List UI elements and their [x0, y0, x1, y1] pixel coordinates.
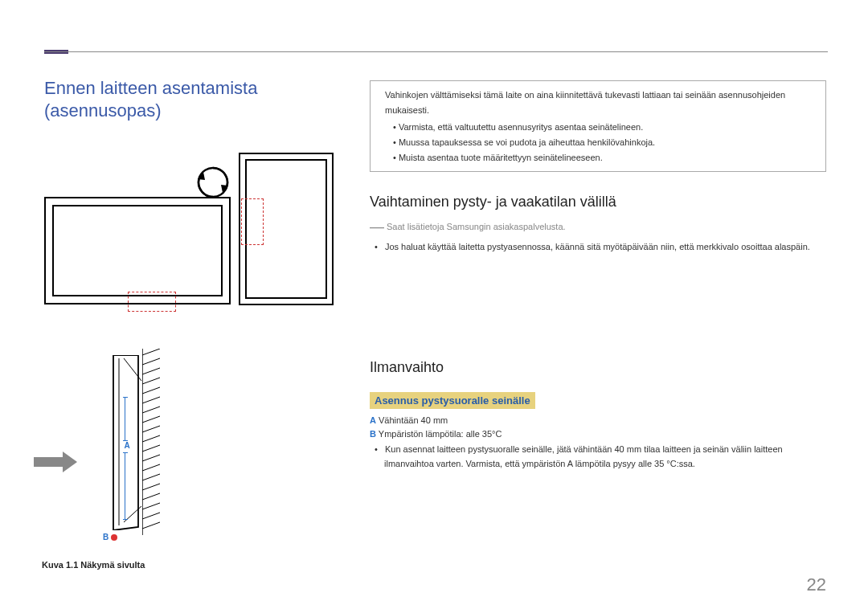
warning-bullet: Varmista, että valtuutettu asennusyritys… [393, 120, 816, 135]
warning-bullet: Muista asentaa tuote määritettyyn seinät… [393, 150, 816, 166]
right-column: Vahinkojen välttämiseksi tämä laite on a… [370, 80, 826, 471]
sub-heading-highlight: Asennus pystysuoralle seinälle [370, 392, 535, 409]
figure-caption: Kuva 1.1 Näkymä sivulta [42, 560, 227, 570]
letter-a: A [370, 415, 376, 425]
svg-line-5 [142, 349, 160, 355]
def-a: A Vähintään 40 mm [370, 415, 826, 425]
rotate-icon [194, 163, 232, 202]
arrow-icon [34, 452, 77, 472]
label-b: B [103, 533, 108, 541]
side-view-diagram: A B [34, 341, 227, 554]
section-ventilation: Ilmanvaihto Asennus pystysuoralle seinäl… [370, 359, 826, 471]
orientation-diagram [44, 153, 334, 309]
section-heading: Ilmanvaihto [370, 359, 826, 376]
top-divider [44, 51, 828, 52]
bullet: Kun asennat laitteen pystysuoralle seinä… [384, 443, 826, 471]
section-heading: Vaihtaminen pysty- ja vaakatilan välillä [370, 194, 826, 210]
warning-box: Vahinkojen välttämiseksi tämä laite on a… [370, 80, 826, 172]
note-line: ―Saat lisätietoja Samsungin asiakaspalve… [370, 219, 826, 235]
side-view-diagram-wrap: A B Kuva 1.1 Näkymä sivulta [34, 341, 227, 570]
def-b: B Ympäristön lämpötila: alle 35°C [370, 429, 826, 439]
bullet: Jos haluat käyttää laitetta pystyasennos… [384, 240, 826, 255]
label-a: A [122, 441, 132, 450]
red-dot [111, 534, 117, 541]
page-number: 22 [807, 574, 826, 595]
warning-main: Vahinkojen välttämiseksi tämä laite on a… [385, 88, 816, 117]
letter-b: B [370, 429, 376, 439]
dim-bar-top [125, 397, 125, 441]
section-orientation: Vaihtaminen pysty- ja vaakatilan välillä… [370, 194, 826, 255]
note-text: Saat lisätietoja Samsungin asiakaspalvel… [387, 222, 566, 231]
left-column [44, 153, 334, 309]
svg-marker-3 [63, 452, 77, 472]
dim-bar-bottom [125, 452, 125, 520]
section-title: Ennen laitteen asentamista (asennusopas) [44, 77, 334, 121]
svg-rect-2 [34, 457, 63, 467]
warning-bullet: Muussa tapauksessa se voi pudota ja aihe… [393, 135, 816, 150]
